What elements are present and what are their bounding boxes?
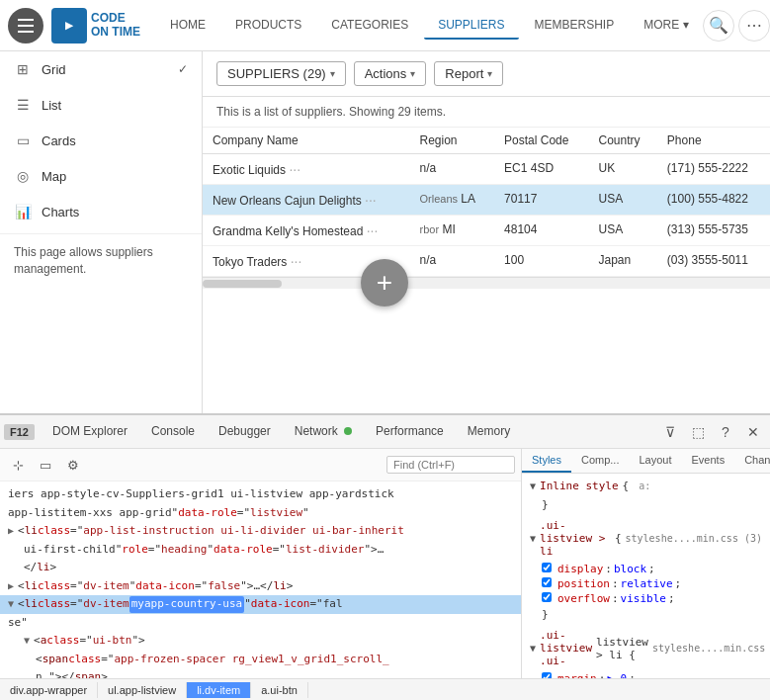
cell-country: Japan xyxy=(589,246,657,277)
actions-dropdown[interactable]: Actions ▾ xyxy=(354,61,427,86)
col-country[interactable]: Country xyxy=(589,128,657,154)
cell-phone: (03) 3555-5011 xyxy=(657,246,770,277)
sidebar-item-list[interactable]: ☰ List xyxy=(0,87,202,123)
devtools-filter-btn[interactable]: ⊽ xyxy=(657,419,683,445)
devtools-right-tab-events[interactable]: Events xyxy=(682,449,735,473)
devtools-dom-panel: ⊹ ▭ ⚙ iers app-style-cv-Suppliers-grid1 … xyxy=(0,449,522,678)
inspect-element-btn[interactable]: ⊹ xyxy=(6,453,30,477)
styles-checkbox[interactable] xyxy=(542,563,552,572)
breadcrumb-item-uibtn[interactable]: a.ui-btn xyxy=(251,682,308,698)
nav-more[interactable]: MORE ▾ xyxy=(630,12,702,40)
col-region[interactable]: Region xyxy=(409,128,494,154)
top-navigation: ▶ CODE ON TIME HOME PRODUCTS CATEGORIES … xyxy=(0,0,770,51)
table-description: This is a list of suppliers. Showing 29 … xyxy=(203,97,770,128)
row-options-btn[interactable]: ··· xyxy=(365,192,377,208)
breadcrumb-item-dvitem[interactable]: li.dv-item xyxy=(187,682,251,698)
styles-uilistview2-body: margin : ▶ 0 ; padding : ▶ 0 ; xyxy=(526,669,766,678)
devtools-tab-bar: F12 DOM Explorer Console Debugger Networ… xyxy=(0,415,770,449)
devtools-right-tab-changes[interactable]: Changes xyxy=(734,449,770,473)
code-line: n_"></ span > xyxy=(0,668,521,678)
devtools-tab-performance[interactable]: Performance xyxy=(364,418,456,446)
styles-section-uilistview2: ▼ .ui-listview .ui- listview > li { styl… xyxy=(526,627,766,678)
cell-region: n/a xyxy=(409,246,494,277)
suppliers-table-wrapper: Company Name Region Postal Code Country … xyxy=(203,128,770,277)
devtools-f12-label[interactable]: F12 xyxy=(4,424,35,440)
dom-find-input[interactable] xyxy=(386,456,515,474)
cell-postal: EC1 4SD xyxy=(494,154,588,185)
devtools-right-icons: ⊽ ⬚ ? ✕ xyxy=(657,419,766,445)
nav-suppliers[interactable]: SUPPLIERS xyxy=(424,12,518,40)
nav-products[interactable]: PRODUCTS xyxy=(221,12,315,40)
expand-arrow[interactable]: ▼ xyxy=(24,633,30,648)
styles-close-brace: } xyxy=(526,498,766,511)
sidebar-item-map[interactable]: ◎ Map xyxy=(0,158,202,194)
nav-items: HOME PRODUCTS CATEGORIES SUPPLIERS MEMBE… xyxy=(156,12,703,40)
table-row[interactable]: Exotic Liquids ··· n/a EC1 4SD UK (171) … xyxy=(203,154,770,185)
col-phone[interactable]: Phone xyxy=(657,128,770,154)
styles-checkbox[interactable] xyxy=(542,592,552,602)
breadcrumb-item-listview[interactable]: ul.app-listview xyxy=(98,682,187,698)
devtools-help-btn[interactable]: ? xyxy=(713,419,738,445)
more-options-button[interactable]: ⋯ xyxy=(738,10,770,42)
cell-country: USA xyxy=(589,216,657,246)
suppliers-count-badge[interactable]: SUPPLIERS (29) ▾ xyxy=(216,61,346,86)
styles-checkbox[interactable] xyxy=(542,577,552,587)
styles-open-brace: { xyxy=(623,480,630,492)
expand-arrow[interactable]: ▶ xyxy=(8,578,14,593)
devtools-dock-btn[interactable]: ⬚ xyxy=(685,419,711,445)
devtools-tab-debugger[interactable]: Debugger xyxy=(207,418,283,446)
cell-company: Exotic Liquids ··· xyxy=(203,154,409,185)
row-options-btn[interactable]: ··· xyxy=(289,161,300,177)
breadcrumb-item-wrapper[interactable]: div.app-wrapper xyxy=(0,682,98,698)
select-element-btn[interactable]: ▭ xyxy=(34,453,57,477)
sidebar-item-charts[interactable]: 📊 Charts xyxy=(0,194,202,229)
col-company-name[interactable]: Company Name xyxy=(203,128,409,154)
devtools-right-tab-styles[interactable]: Styles xyxy=(522,449,571,473)
horizontal-scrollbar[interactable] xyxy=(203,277,770,289)
search-icon-button[interactable]: 🔍 xyxy=(703,10,734,42)
row-options-btn[interactable]: ··· xyxy=(291,253,302,269)
code-line: < span class =" app-frozen-spacer rg_vie… xyxy=(0,651,521,669)
cell-company: Grandma Kelly's Homestead ··· xyxy=(203,216,409,246)
styles-header-inline[interactable]: ▼ Inline style { a: xyxy=(526,478,766,494)
nav-categories[interactable]: CATEGORIES xyxy=(317,12,422,40)
styles-a-label: a: xyxy=(639,481,650,491)
devtools-styles-panel: Styles Comp... Layout Events Changes ▼ I… xyxy=(522,449,770,678)
styles-close-brace: } xyxy=(526,608,766,621)
devtools-close-btn[interactable]: ✕ xyxy=(740,419,766,445)
sidebar-item-grid[interactable]: ⊞ Grid ✓ xyxy=(0,51,202,87)
styles-prop: margin : ▶ 0 ; xyxy=(542,671,750,678)
scroll-thumb[interactable] xyxy=(203,280,282,288)
nav-membership[interactable]: MEMBERSHIP xyxy=(521,12,629,40)
devtools-tab-dom-explorer[interactable]: DOM Explorer xyxy=(41,418,139,446)
devtools-right-tab-computed[interactable]: Comp... xyxy=(571,449,630,473)
devtools-tab-memory[interactable]: Memory xyxy=(456,418,522,446)
styles-section-inline: ▼ Inline style { a: } xyxy=(526,478,766,511)
table-row[interactable]: New Orleans Cajun Delights ··· Orleans L… xyxy=(203,185,770,216)
map-icon: ◎ xyxy=(14,168,32,184)
styles-header-uilistview[interactable]: ▼ .ui-listview > li { styleshe....min.cs… xyxy=(526,517,766,560)
nav-home[interactable]: HOME xyxy=(156,12,219,40)
table-row[interactable]: Tokyo Traders ··· n/a 100 Japan (03) 355… xyxy=(203,246,770,277)
styles-header-uilistview2[interactable]: ▼ .ui-listview .ui- listview > li { styl… xyxy=(526,627,766,669)
devtools-tab-console[interactable]: Console xyxy=(139,418,207,446)
expand-arrow[interactable]: ▶ xyxy=(8,523,14,538)
hamburger-button[interactable] xyxy=(8,8,43,44)
network-dot xyxy=(344,427,352,435)
col-postal-code[interactable]: Postal Code xyxy=(494,128,588,154)
devtools-tab-network[interactable]: Network xyxy=(283,418,364,446)
sidebar: ⊞ Grid ✓ ☰ List ▭ Cards ◎ Map 📊 Charts T… xyxy=(0,51,203,413)
cell-country: USA xyxy=(589,185,657,216)
report-dropdown[interactable]: Report ▾ xyxy=(434,61,503,86)
devtools-right-tab-layout[interactable]: Layout xyxy=(629,449,681,473)
code-line: ▼ < a class =" ui-btn "> xyxy=(0,632,521,651)
styles-open-brace: { xyxy=(615,532,622,545)
table-row[interactable]: Grandma Kelly's Homestead ··· rbor MI 48… xyxy=(203,216,770,246)
cell-region: n/a xyxy=(409,154,494,185)
row-options-btn[interactable]: ··· xyxy=(367,222,379,238)
sidebar-item-cards[interactable]: ▭ Cards xyxy=(0,123,202,158)
fab-add-button[interactable]: + xyxy=(361,259,408,306)
dom-code-area[interactable]: iers app-style-cv-Suppliers-grid1 ui-lis… xyxy=(0,481,521,678)
dom-settings-btn[interactable]: ⚙ xyxy=(61,453,85,477)
expand-arrow[interactable]: ▼ xyxy=(8,596,14,611)
